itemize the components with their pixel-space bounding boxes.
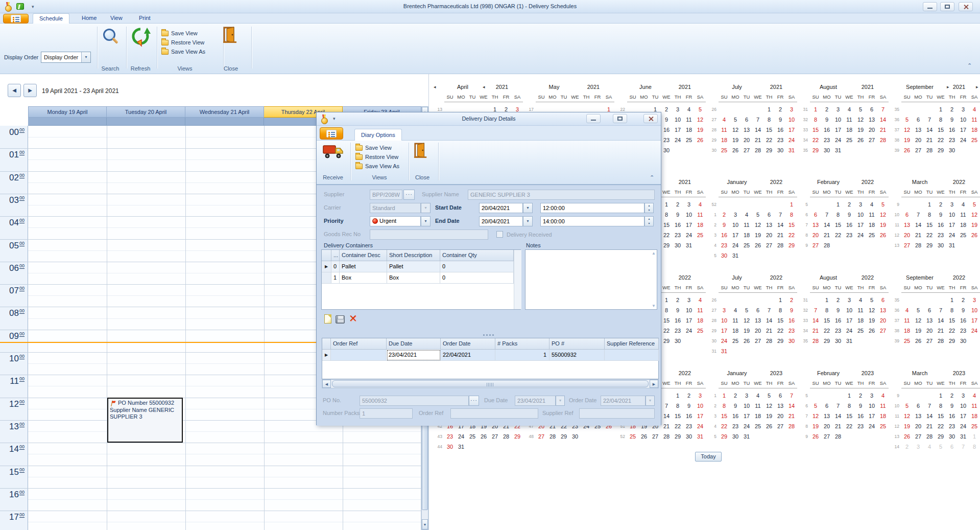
day-cell[interactable]: 14 [924, 411, 935, 421]
day-cell[interactable]: 22 [935, 421, 946, 431]
day-cell[interactable]: 23 [683, 421, 695, 431]
day-cell[interactable]: 28 [935, 336, 946, 346]
day-cell[interactable]: 3 [844, 295, 855, 305]
all-day-cell[interactable] [107, 118, 185, 126]
day-cell[interactable]: 23 [730, 421, 741, 431]
day-cell[interactable]: 30 [946, 145, 958, 155]
day-cell[interactable]: 30 [946, 431, 958, 442]
day-cell[interactable]: 11 [866, 210, 877, 220]
day-cell[interactable]: 20 [810, 230, 821, 240]
day-cell[interactable]: 18 [877, 411, 889, 421]
day-cell[interactable]: 30 [775, 145, 786, 155]
day-cell[interactable]: 25 [877, 421, 889, 431]
day-cell[interactable]: 11 [683, 114, 695, 125]
day-cell[interactable]: 31 [844, 336, 855, 346]
day-cell[interactable]: 21 [763, 326, 775, 336]
day-cell[interactable]: 15 [935, 411, 946, 421]
day-cell[interactable]: 5 [935, 442, 946, 452]
day-cell[interactable]: 4 [695, 199, 706, 210]
day-cell[interactable]: 4 [924, 442, 935, 452]
day-cell[interactable]: 31 [695, 431, 706, 442]
day-cell[interactable]: 1 [935, 390, 946, 401]
ribbon-collapse-icon[interactable]: ⌃ [967, 62, 972, 69]
day-cell[interactable]: 22 [935, 135, 946, 145]
day-cell[interactable]: 11 [719, 125, 730, 135]
day-cell[interactable]: 5 [810, 401, 821, 411]
day-cell[interactable]: 2 [672, 295, 683, 305]
day-cell[interactable]: 20 [901, 230, 913, 240]
day-cell[interactable]: 19 [752, 230, 763, 240]
day-cell[interactable]: 26 [877, 230, 889, 240]
day-cell[interactable]: 14 [924, 125, 935, 135]
day-cell[interactable]: 28 [775, 240, 786, 250]
day-cell[interactable]: 28 [821, 240, 832, 250]
day-cell[interactable]: 25 [752, 421, 763, 431]
hscroll-left-icon[interactable]: ◀ [322, 380, 331, 388]
day-cell[interactable]: 11 [695, 210, 706, 220]
day-cell[interactable]: 25 [467, 431, 478, 442]
day-cell[interactable]: 1 [946, 295, 958, 305]
day-cell[interactable]: 9 [844, 210, 855, 220]
day-cell[interactable]: 19 [969, 220, 980, 230]
day-cell[interactable]: 18 [752, 411, 763, 421]
day-cell[interactable]: 14 [763, 315, 775, 326]
day-cell[interactable]: 3 [786, 104, 797, 114]
day-cell[interactable]: 23 [958, 326, 969, 336]
day-cell[interactable]: 10 [958, 114, 969, 125]
day-cell[interactable]: 4 [969, 390, 980, 401]
day-cell[interactable]: 1 [810, 104, 821, 114]
day-header-cell[interactable]: Monday 19 April [28, 106, 107, 118]
day-cell[interactable]: 4 [855, 295, 866, 305]
day-cell[interactable]: 19 [810, 421, 821, 431]
day-cell[interactable]: 26 [810, 431, 821, 442]
day-cell[interactable]: 16 [946, 125, 958, 135]
day-cell[interactable]: 27 [536, 431, 547, 442]
day-cell[interactable]: 24 [855, 230, 866, 240]
prev-month-icon[interactable]: ◂ [434, 84, 436, 89]
day-cell[interactable]: 5 [877, 199, 889, 210]
save-view-as-button[interactable]: Save View As [159, 47, 207, 56]
day-cell[interactable]: 9 [719, 220, 730, 230]
day-cell[interactable]: 5 [763, 390, 775, 401]
day-cell[interactable]: 14 [935, 315, 946, 326]
day-cell[interactable]: 31 [786, 145, 797, 155]
day-cell[interactable]: 2 [661, 104, 672, 114]
day-cell[interactable]: 30 [786, 336, 797, 346]
day-cell[interactable]: 4 [969, 104, 980, 114]
day-cell[interactable]: 7 [810, 305, 821, 315]
month-calendar-march-2022[interactable]: March2022SUMOTUWETHFRSA91234510678910111… [889, 177, 980, 272]
day-cell[interactable]: 20 [752, 326, 763, 336]
day-cell[interactable]: 28 [763, 336, 775, 346]
day-cell[interactable]: 30 [821, 145, 832, 155]
day-cell[interactable]: 25 [627, 431, 638, 442]
day-cell[interactable]: 19 [730, 135, 741, 145]
day-cell[interactable]: 13 [924, 315, 935, 326]
maximize-button[interactable] [940, 2, 954, 11]
day-cell[interactable]: 14 [877, 114, 889, 125]
day-cell[interactable]: 10 [741, 401, 752, 411]
day-cell[interactable]: 25 [683, 135, 695, 145]
day-cell[interactable]: 18 [969, 411, 980, 421]
containers-grid[interactable]: ... Container Desc Short Description Con… [321, 249, 521, 310]
day-cell[interactable]: 23 [672, 326, 683, 336]
day-cell[interactable]: 29 [786, 240, 797, 250]
day-cell[interactable]: 9 [946, 401, 958, 411]
day-cell[interactable]: 25 [855, 326, 866, 336]
day-cell[interactable]: 17 [719, 326, 730, 336]
day-cell[interactable]: 17 [741, 411, 752, 421]
day-cell[interactable]: 10 [683, 210, 695, 220]
day-cell[interactable]: 4 [683, 104, 695, 114]
day-cell[interactable]: 17 [958, 411, 969, 421]
day-cell[interactable]: 7 [752, 114, 763, 125]
day-cell[interactable]: 2 [958, 295, 969, 305]
day-cell[interactable]: 14 [752, 125, 763, 135]
orders-horizontal-scrollbar[interactable]: ◀ ▶ [322, 379, 659, 388]
day-cell[interactable]: 17 [786, 125, 797, 135]
day-cell[interactable]: 20 [763, 230, 775, 240]
day-cell[interactable]: 29 [775, 336, 786, 346]
day-cell[interactable]: 27 [877, 326, 889, 336]
save-order-button[interactable] [336, 315, 345, 324]
day-cell[interactable]: 25 [741, 240, 752, 250]
day-cell[interactable]: 2 [935, 199, 946, 210]
day-cell[interactable]: 17 [672, 125, 683, 135]
